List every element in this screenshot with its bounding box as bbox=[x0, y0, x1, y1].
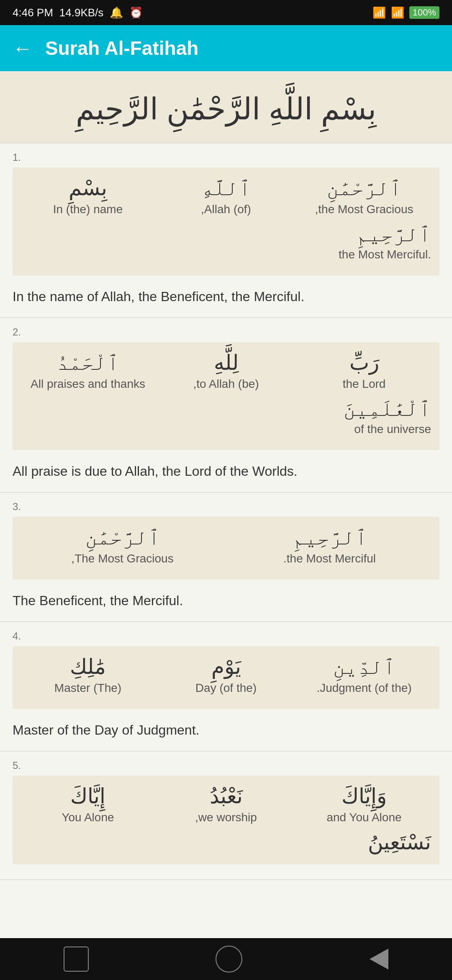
verse-5-word1-trans: You Alone bbox=[21, 811, 155, 824]
nav-home-button[interactable] bbox=[216, 946, 242, 972]
verse-4-word2-trans: (of the) Day bbox=[159, 681, 293, 695]
time: 4:46 PM bbox=[13, 6, 53, 19]
verse-2-word4-arabic: ٱلْعَٰلَمِينَ bbox=[343, 397, 431, 421]
verse-4-arabic-row1: ٱلدِّينِ يَوْمِ مَٰلِكِ bbox=[21, 655, 431, 679]
verse-3: 3. ٱلرَّحِيمِ ٱلرَّحْمَٰنِ the Most Merc… bbox=[0, 493, 452, 622]
verse-4-number: 4. bbox=[13, 630, 439, 642]
verse-1-trans-row1: the Most Gracious, (of) Allah, In (the) … bbox=[21, 203, 431, 216]
verse-2: 2. رَبِّ لِلَّهِ ٱلْحَمْدُ the Lord (be)… bbox=[0, 318, 452, 493]
nav-square-button[interactable] bbox=[64, 946, 89, 972]
verse-5-arabic-row1: وَإِيَّاكَ نَعْبُدُ إِيَّاكَ bbox=[21, 784, 431, 808]
verse-5-words: وَإِيَّاكَ نَعْبُدُ إِيَّاكَ and You Alo… bbox=[13, 776, 439, 864]
verse-2-full-translation: All praise is due to Allah, the Lord of … bbox=[13, 457, 439, 484]
verse-5-word2-trans: we worship, bbox=[159, 811, 293, 824]
verse-5-word3-trans: and You Alone bbox=[297, 811, 431, 824]
signal-icon: 📶 bbox=[391, 6, 404, 19]
verse-1-word1-arabic: بِسْمِ bbox=[21, 176, 155, 200]
verse-1-word4-trans: the Most Merciful. bbox=[339, 248, 431, 261]
verse-1-word2-trans: (of) Allah, bbox=[159, 203, 293, 216]
verse-3-word1-trans: The Most Gracious, bbox=[21, 552, 224, 565]
verse-1-words: ٱلرَّحْمَٰنِ ٱللَّهِ بِسْمِ the Most Gra… bbox=[13, 168, 439, 276]
verse-4-words: ٱلدِّينِ يَوْمِ مَٰلِكِ (of the) Judgmen… bbox=[13, 646, 439, 709]
battery: 100% bbox=[409, 6, 439, 19]
verse-3-number: 3. bbox=[13, 501, 439, 513]
verse-1-word3-arabic: ٱلرَّحْمَٰنِ bbox=[297, 176, 431, 200]
verse-2-word4-trans: of the universe bbox=[354, 423, 431, 436]
verse-1-word2-arabic: ٱللَّهِ bbox=[159, 176, 293, 200]
verse-3-word2-arabic: ٱلرَّحِيمِ bbox=[228, 525, 431, 549]
back-button[interactable]: ← bbox=[13, 37, 33, 60]
status-bar: 4:46 PM 14.9KB/s 🔔 ⏰ 📶 📶 100% bbox=[0, 0, 452, 25]
nav-back-button[interactable] bbox=[370, 949, 388, 970]
verse-5-word1-arabic: إِيَّاكَ bbox=[21, 784, 155, 808]
verse-4-full-translation: Master of the Day of Judgment. bbox=[13, 716, 439, 743]
bottom-navigation bbox=[0, 938, 452, 980]
status-left: 4:46 PM 14.9KB/s 🔔 ⏰ bbox=[13, 6, 143, 19]
verse-1-trans-row2: the Most Merciful. bbox=[21, 248, 431, 261]
verse-4-trans-row1: (of the) Judgment. (of the) Day (The) Ma… bbox=[21, 681, 431, 695]
verse-2-word2-trans: (be) to Allah, bbox=[159, 377, 293, 391]
verse-2-arabic-row2: ٱلْعَٰلَمِينَ bbox=[21, 397, 431, 421]
topbar: ← Surah Al-Fatihah bbox=[0, 25, 452, 71]
content-area: بِسْمِ اللَّهِ الرَّحْمَٰنِ الرَّحِيمِ 1… bbox=[0, 71, 452, 930]
verse-4-word1-trans: (The) Master bbox=[21, 681, 155, 695]
verse-2-arabic-row1: رَبِّ لِلَّهِ ٱلْحَمْدُ bbox=[21, 351, 431, 375]
notification-icon: 🔔 bbox=[110, 6, 123, 19]
verse-5-arabic-row2: نَسْتَعِينُ bbox=[21, 830, 431, 854]
verse-3-words: ٱلرَّحِيمِ ٱلرَّحْمَٰنِ the Most Mercifu… bbox=[13, 517, 439, 580]
verse-1-arabic-row1: ٱلرَّحْمَٰنِ ٱللَّهِ بِسْمِ bbox=[21, 176, 431, 200]
verse-2-word2-arabic: لِلَّهِ bbox=[159, 351, 293, 375]
verse-4-word3-trans: (of the) Judgment. bbox=[297, 681, 431, 695]
verse-4: 4. ٱلدِّينِ يَوْمِ مَٰلِكِ (of the) Judg… bbox=[0, 622, 452, 751]
page-title: Surah Al-Fatihah bbox=[45, 37, 198, 59]
verse-3-arabic-row1: ٱلرَّحِيمِ ٱلرَّحْمَٰنِ bbox=[21, 525, 431, 549]
verse-5-trans-row1: and You Alone we worship, You Alone bbox=[21, 811, 431, 824]
verse-4-word1-arabic: مَٰلِكِ bbox=[21, 655, 155, 679]
verse-4-word3-arabic: ٱلدِّينِ bbox=[297, 655, 431, 679]
verse-5-word4-arabic: نَسْتَعِينُ bbox=[368, 830, 431, 854]
verse-3-trans-row1: the Most Merciful. The Most Gracious, bbox=[21, 552, 431, 565]
bismillah-banner: بِسْمِ اللَّهِ الرَّحْمَٰنِ الرَّحِيمِ bbox=[0, 71, 452, 143]
verse-5-word2-arabic: نَعْبُدُ bbox=[159, 784, 293, 808]
verse-3-word2-trans: the Most Merciful. bbox=[228, 552, 431, 565]
verse-2-words: رَبِّ لِلَّهِ ٱلْحَمْدُ the Lord (be) to… bbox=[13, 342, 439, 450]
verse-1-full-translation: In the name of Allah, the Beneficent, th… bbox=[13, 282, 439, 309]
verse-5: 5. وَإِيَّاكَ نَعْبُدُ إِيَّاكَ and You … bbox=[0, 751, 452, 880]
verse-2-word1-arabic: ٱلْحَمْدُ bbox=[21, 351, 155, 375]
verse-2-word1-trans: All praises and thanks bbox=[21, 377, 155, 391]
verse-2-trans-row1: the Lord (be) to Allah, All praises and … bbox=[21, 377, 431, 391]
status-right: 📶 📶 100% bbox=[372, 6, 439, 19]
alarm-icon: ⏰ bbox=[129, 6, 143, 19]
verse-1-number: 1. bbox=[13, 152, 439, 163]
verse-1-arabic-row2: ٱلرَّحِيمِ bbox=[21, 222, 431, 246]
verse-2-number: 2. bbox=[13, 326, 439, 338]
bismillah-arabic: بِسْمِ اللَّهِ الرَّحْمَٰنِ الرَّحِيمِ bbox=[13, 88, 439, 130]
verse-1-word1-trans: In (the) name bbox=[21, 203, 155, 216]
verse-2-word3-trans: the Lord bbox=[297, 377, 431, 391]
verse-5-number: 5. bbox=[13, 760, 439, 771]
wifi-icon: 📶 bbox=[372, 6, 386, 19]
verse-3-full-translation: The Beneficent, the Merciful. bbox=[13, 586, 439, 613]
verse-4-word2-arabic: يَوْمِ bbox=[159, 655, 293, 679]
verse-3-word1-arabic: ٱلرَّحْمَٰنِ bbox=[21, 525, 224, 549]
verse-5-word3-arabic: وَإِيَّاكَ bbox=[297, 784, 431, 808]
verse-2-trans-row2: of the universe bbox=[21, 423, 431, 436]
verse-2-word3-arabic: رَبِّ bbox=[297, 351, 431, 375]
network-speed: 14.9KB/s bbox=[59, 6, 104, 19]
verse-1: 1. ٱلرَّحْمَٰنِ ٱللَّهِ بِسْمِ the Most … bbox=[0, 143, 452, 318]
verse-1-word3-trans: the Most Gracious, bbox=[297, 203, 431, 216]
verse-1-word4-arabic: ٱلرَّحِيمِ bbox=[356, 222, 431, 246]
